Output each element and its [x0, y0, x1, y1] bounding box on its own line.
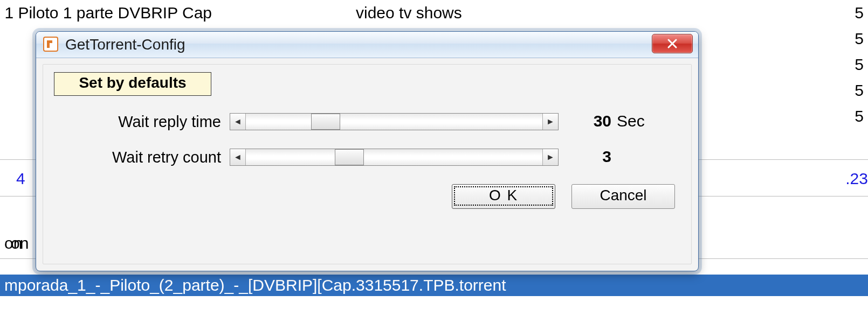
setting-unit: Sec: [617, 112, 645, 130]
bg-cell: 5: [855, 103, 864, 129]
arrow-right-icon[interactable]: ►: [542, 149, 558, 165]
app-icon: [43, 36, 59, 52]
svg-rect-0: [44, 37, 58, 51]
bg-cell: 5: [855, 0, 864, 26]
page-link[interactable]: .23: [845, 166, 868, 192]
bg-cell: rada 1 Piloto 1 parte DVBRIP Cap: [0, 0, 212, 26]
bg-cell: 5: [855, 52, 864, 78]
close-button[interactable]: [652, 34, 693, 53]
setting-row-wait-retry: Wait retry count ◄ ► 3: [43, 145, 691, 170]
selected-list-row[interactable]: mporada_1_-_Piloto_(2_parte)_-_[DVBRIP][…: [0, 275, 868, 296]
bg-cell: 5: [855, 26, 864, 52]
slider-thumb[interactable]: [311, 114, 340, 130]
setting-value: 3: [574, 148, 611, 166]
ok-button-label: O K: [454, 186, 553, 206]
selected-row-text: mporada_1_-_Piloto_(2_parte)_-_[DVBRIP][…: [4, 276, 506, 294]
page-link[interactable]: 4: [16, 166, 25, 192]
arrow-left-icon[interactable]: ◄: [230, 114, 246, 130]
config-dialog: GetTorrent-Config Set by defaults Wait r…: [36, 31, 699, 271]
setting-label: Wait retry count: [43, 149, 221, 166]
setting-value: 30: [574, 112, 611, 130]
dialog-client: Set by defaults Wait reply time ◄ ► 30 S…: [43, 64, 692, 264]
arrow-left-icon[interactable]: ◄: [230, 149, 246, 165]
bg-cell: on: [11, 230, 29, 256]
dialog-title: GetTorrent-Config: [65, 36, 185, 53]
set-defaults-button[interactable]: Set by defaults: [54, 72, 211, 96]
setting-row-wait-reply: Wait reply time ◄ ► 30 Sec: [43, 110, 691, 135]
bg-cell: 5: [855, 78, 864, 103]
slider-thumb[interactable]: [335, 149, 364, 165]
arrow-right-icon[interactable]: ►: [542, 114, 558, 130]
ok-button[interactable]: O K: [452, 184, 555, 209]
wait-retry-slider[interactable]: ◄ ►: [230, 149, 559, 166]
slider-track[interactable]: [246, 149, 542, 165]
dialog-titlebar[interactable]: GetTorrent-Config: [36, 32, 698, 58]
slider-track[interactable]: [246, 114, 542, 130]
cancel-button[interactable]: Cancel: [571, 184, 675, 209]
bg-cell: video tv shows: [356, 0, 462, 26]
wait-reply-slider[interactable]: ◄ ►: [230, 113, 559, 130]
setting-label: Wait reply time: [43, 113, 221, 131]
close-icon: [652, 38, 692, 50]
